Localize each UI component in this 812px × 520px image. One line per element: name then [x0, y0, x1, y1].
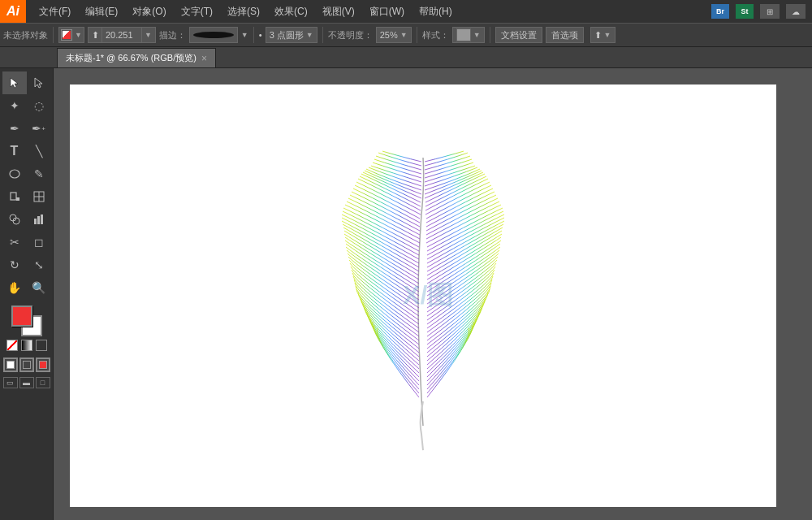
draw-behind-mode[interactable] — [19, 358, 34, 372]
draw-mode-area — [3, 358, 50, 372]
menu-file[interactable]: 文件(F) — [32, 0, 77, 23]
slice-tool[interactable]: ✂ — [2, 231, 27, 254]
cloud-icon[interactable]: ☁ — [786, 4, 806, 19]
none-swatch[interactable] — [6, 340, 18, 351]
svg-marker-0 — [11, 78, 18, 88]
doc-settings-button[interactable]: 文档设置 — [495, 27, 542, 43]
svg-rect-3 — [11, 193, 16, 200]
paint-bucket-tool[interactable] — [2, 185, 27, 208]
menu-window[interactable]: 窗口(W) — [363, 0, 411, 23]
tool-row-8: ✂ ◻ — [0, 231, 53, 254]
stroke-label: 描边： — [159, 29, 186, 41]
menu-text[interactable]: 文字(T) — [175, 0, 219, 23]
mesh-tool[interactable] — [27, 185, 51, 208]
normal-draw-mode[interactable] — [3, 358, 18, 372]
pattern-swatch[interactable] — [36, 340, 47, 351]
scale-tool[interactable]: ⤡ — [27, 254, 51, 276]
screen-mode-1[interactable]: ▭ — [3, 377, 18, 388]
brush-type-selector[interactable]: 3 点圆形 ▼ — [266, 27, 317, 43]
divider-5 — [490, 27, 490, 43]
tab-close-button[interactable]: × — [201, 53, 207, 64]
brush-dropdown-arrow[interactable]: ▼ — [241, 31, 248, 39]
menu-help[interactable]: 帮助(H) — [412, 0, 459, 23]
opacity-label: 不透明度： — [328, 29, 373, 41]
document-tab[interactable]: 未标题-1* @ 66.67% (RGB/预览) × — [57, 48, 216, 67]
shape-builder-tool[interactable] — [2, 208, 27, 231]
menu-edit[interactable]: 编辑(E) — [79, 0, 124, 23]
canvas: X/图 — [70, 84, 776, 507]
rotate-tool[interactable]: ↻ — [2, 254, 27, 276]
tool-row-7 — [0, 208, 53, 231]
pen-tool[interactable]: ✒ — [2, 117, 27, 140]
main-area: ✦ ◌ ✒ ✒+ T ╲ ✎ — [0, 68, 812, 520]
svg-rect-10 — [34, 219, 37, 224]
svg-marker-1 — [35, 78, 42, 88]
br-icon[interactable]: Br — [711, 4, 729, 19]
type-tool[interactable]: T — [2, 140, 27, 162]
magic-wand-tool[interactable]: ✦ — [2, 94, 27, 117]
title-right-icons: Br St ⊞ ☁ — [711, 4, 812, 19]
feather-artwork — [293, 117, 553, 461]
options-bar: 未选择对象 ▼ ⬆ 20.251 ▼ 描边： ▼ • 3 点圆形 ▼ 不透明度：… — [0, 23, 812, 47]
direct-selection-tool[interactable] — [27, 72, 51, 94]
preferences-button[interactable]: 首选项 — [546, 27, 584, 43]
tool-row-1 — [0, 72, 53, 94]
st-icon[interactable]: St — [736, 4, 754, 19]
divider-4 — [417, 27, 417, 43]
add-anchor-tool[interactable]: ✒+ — [27, 117, 51, 140]
color-area: ▭ ▬ □ — [0, 302, 54, 392]
tool-row-4: T ╲ — [0, 140, 53, 162]
tool-row-5: ✎ — [0, 162, 53, 185]
hand-tool[interactable]: ✋ — [2, 276, 27, 299]
color-mode-icons — [6, 340, 47, 351]
selection-tool[interactable] — [2, 72, 27, 94]
lasso-tool[interactable]: ◌ — [27, 94, 51, 117]
view-mode-area: ▭ ▬ □ — [3, 377, 50, 388]
ellipse-tool[interactable] — [2, 162, 27, 185]
ai-logo: Ai — [0, 0, 26, 23]
divider-3 — [322, 27, 323, 43]
color-squares[interactable] — [11, 306, 42, 336]
chart-tool[interactable] — [27, 208, 51, 231]
svg-rect-12 — [41, 214, 43, 224]
stroke-width-input[interactable]: 20.251 — [102, 27, 142, 43]
brush-points-indicator: • — [259, 30, 262, 40]
style-selector[interactable]: ▼ — [452, 27, 485, 43]
title-bar: Ai 文件(F) 编辑(E) 对象(O) 文字(T) 选择(S) 效果(C) 视… — [0, 0, 812, 23]
svg-point-2 — [10, 170, 19, 178]
svg-rect-11 — [37, 216, 40, 224]
tab-label: 未标题-1* @ 66.67% (RGB/预览) — [66, 52, 197, 64]
tool-row-10: ✋ 🔍 — [0, 276, 53, 299]
tool-row-9: ↻ ⤡ — [0, 254, 53, 276]
eraser-tool[interactable]: ◻ — [27, 231, 51, 254]
opacity-selector[interactable]: 25% ▼ — [376, 27, 412, 43]
canvas-area: X/图 — [54, 68, 812, 520]
menu-object[interactable]: 对象(O) — [126, 0, 172, 23]
style-label: 样式： — [422, 29, 449, 41]
svg-rect-4 — [16, 197, 19, 201]
left-toolbar: ✦ ◌ ✒ ✒+ T ╲ ✎ — [0, 68, 54, 520]
divider-1 — [53, 27, 54, 43]
menu-effect[interactable]: 效果(C) — [268, 0, 314, 23]
tool-row-3: ✒ ✒+ — [0, 117, 53, 140]
zoom-tool[interactable]: 🔍 — [27, 276, 51, 299]
menu-view[interactable]: 视图(V) — [316, 0, 361, 23]
screen-mode-3[interactable]: □ — [36, 377, 50, 388]
divider-2 — [253, 27, 254, 43]
brush-preview[interactable] — [189, 27, 238, 43]
line-tool[interactable]: ╲ — [27, 140, 51, 162]
tool-row-6 — [0, 185, 53, 208]
tab-bar: 未标题-1* @ 66.67% (RGB/预览) × — [0, 47, 812, 68]
stroke-width-selector[interactable]: ⬆ 20.251 ▼ — [88, 27, 156, 43]
draw-inside-mode[interactable] — [36, 358, 50, 372]
extras-button[interactable]: ⬆▼ — [590, 27, 615, 43]
stroke-color-picker[interactable]: ▼ — [58, 27, 84, 43]
foreground-color-swatch[interactable] — [11, 306, 32, 327]
screen-mode-2[interactable]: ▬ — [19, 377, 34, 388]
pencil-tool[interactable]: ✎ — [27, 162, 51, 185]
gradient-swatch[interactable] — [21, 340, 32, 351]
tool-row-2: ✦ ◌ — [0, 94, 53, 117]
grid-icon[interactable]: ⊞ — [760, 4, 780, 19]
no-selection-label: 未选择对象 — [3, 29, 48, 41]
menu-select[interactable]: 选择(S) — [221, 0, 266, 23]
